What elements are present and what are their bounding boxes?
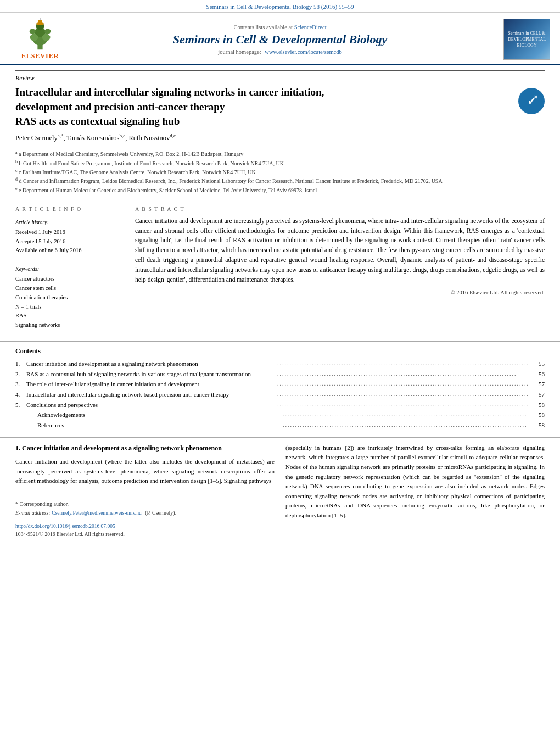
copyright-line: © 2016 Elsevier Ltd. All rights reserved… [135, 288, 545, 297]
contents-num-1: 1. [15, 359, 26, 369]
body-right-col: (especially in humans [2]) are intricate… [285, 443, 545, 539]
contents-entry-ref: References [26, 420, 281, 431]
doi-link[interactable]: http://dx.doi.org/10.1016/j.semcdb.2016.… [15, 523, 115, 529]
footnote-email-label: E-mail address: [15, 510, 51, 516]
homepage-line: journal homepage: www.elsevier.com/locat… [70, 49, 490, 55]
affil-b: b b Gut Health and Food Safety Programme… [15, 159, 545, 168]
section-divider-2 [0, 437, 560, 438]
contents-entry-5: Conclusions and perspectives [26, 400, 275, 410]
contents-page-2: 56 [528, 369, 545, 380]
section-1-left-text: Cancer initiation and development (where… [15, 457, 275, 486]
footnote-area: * Corresponding author. E-mail address: … [15, 496, 275, 539]
affil-sup-d: d,e [170, 133, 176, 138]
main-content: Review Intracellular and intercellular s… [0, 65, 560, 336]
section-1-right-text: (especially in humans [2]) are intricate… [285, 443, 545, 521]
contents-row-3: 3. The role of inter-cellular signaling … [15, 379, 545, 389]
contents-entry-ack: Acknowledgements [26, 410, 281, 420]
footnote-star: * Corresponding author. [15, 500, 275, 509]
article-history-label: Article history: [15, 218, 125, 227]
keyword-5: RAS [15, 311, 125, 321]
journal-header-center: Contents lists available at ScienceDirec… [70, 24, 490, 55]
contents-entry-4: Intracellular and intercellular signalin… [26, 389, 275, 400]
abstract-heading: A B S T R A C T [135, 205, 545, 213]
info-divider [15, 260, 125, 260]
keyword-4: N = 1 trials [15, 303, 125, 312]
footnote-author-name: (P. Csermely). [145, 510, 176, 516]
footnote-email-link[interactable]: Csermely.Peter@med.semmelweis-univ.hu [52, 510, 141, 516]
contents-dots-5: ........................................… [275, 400, 528, 410]
section-1-heading: 1. Cancer initiation and development as … [15, 443, 275, 454]
contents-entry-1: Cancer initiation and development as a s… [26, 359, 275, 369]
citation-text: Seminars in Cell & Developmental Biology… [206, 3, 354, 10]
contents-entry-2: RAS as a contextual hub of signaling net… [26, 369, 275, 380]
article-info-block: A R T I C L E I N F O Article history: R… [15, 205, 125, 330]
keyword-3: Combination therapies [15, 293, 125, 303]
contents-entry-3: The role of inter-cellular signaling in … [26, 379, 275, 389]
abstract-text: Cancer initiation and development are in… [135, 216, 545, 285]
affil-a: a a Department of Medical Chemistry, Sem… [15, 149, 545, 158]
affiliations-block: a a Department of Medical Chemistry, Sem… [15, 146, 545, 194]
contents-table: 1. Cancer initiation and development as … [15, 359, 545, 431]
crossmark-icon[interactable]: ✓ ✕ [518, 88, 545, 114]
homepage-link[interactable]: www.elsevier.com/locate/semcdb [265, 49, 341, 55]
journal-citation: Seminars in Cell & Developmental Biology… [0, 0, 560, 13]
journal-thumbnail: Seminars in CELL & DEVELOPMENTAL BIOLOGY [490, 19, 550, 60]
svg-point-6 [30, 29, 36, 34]
contents-dots-4: ........................................… [275, 389, 528, 400]
contents-row-ref: References .............................… [15, 420, 545, 431]
svg-point-5 [42, 34, 51, 41]
contents-page-3: 57 [528, 379, 545, 389]
contents-dots-ref: ........................................… [281, 420, 528, 431]
contents-num-3: 3. [15, 379, 26, 389]
article-info-heading: A R T I C L E I N F O [15, 205, 125, 214]
affil-e: e e Department of Human Molecular Geneti… [15, 186, 545, 194]
affil-sup-a: a,* [58, 133, 64, 138]
keyword-6: Signaling networks [15, 321, 125, 330]
contents-page-5: 58 [528, 400, 545, 410]
contents-num-ack [15, 410, 26, 420]
available-date: Available online 6 July 2016 [15, 246, 125, 255]
journal-thumb-text: Seminars in CELL & DEVELOPMENTAL BIOLOGY [506, 30, 547, 49]
contents-num-5: 5. [15, 400, 26, 410]
section-divider-1 [0, 341, 560, 342]
contents-row-2: 2. RAS as a contextual hub of signaling … [15, 369, 545, 380]
article-info-abstract: A R T I C L E I N F O Article history: R… [15, 199, 545, 330]
contents-page-ack: 58 [528, 410, 545, 420]
accepted-date: Accepted 5 July 2016 [15, 237, 125, 247]
contents-heading: Contents [15, 347, 545, 355]
contents-dots-3: ........................................… [275, 379, 528, 389]
contents-num-ref [15, 420, 26, 431]
svg-point-7 [44, 29, 51, 34]
contents-page-ref: 58 [528, 420, 545, 431]
keyword-2: Cancer stem cells [15, 284, 125, 293]
sciencedirect-link[interactable]: ScienceDirect [294, 24, 327, 30]
svg-point-4 [30, 34, 38, 41]
contents-row-ack: Acknowledgements .......................… [15, 410, 545, 420]
elsevier-tree-icon [18, 18, 62, 51]
contents-num-2: 2. [15, 369, 26, 380]
contents-page-4: 57 [528, 389, 545, 400]
footnote-email-line: E-mail address: Csermely.Peter@med.semme… [15, 509, 275, 517]
affil-sup-b: b,c [119, 133, 125, 138]
keyword-1: Cancer attractors [15, 275, 125, 284]
contents-dots-1: ........................................… [275, 359, 528, 369]
contents-dots-ack: ........................................… [281, 410, 528, 420]
article-title-row: Intracellular and intercellular signalin… [15, 86, 545, 129]
affil-d: d d Cancer and Inflammation Program, Lei… [15, 176, 545, 185]
contents-row-5: 5. Conclusions and perspectives ........… [15, 400, 545, 410]
contents-dots-2: ........................................… [275, 369, 528, 380]
article-type: Review [15, 70, 545, 82]
authors-line: Peter Csermelya,*, Tamás Korcsmárosb,c, … [15, 133, 545, 142]
body-left-col: 1. Cancer initiation and development as … [15, 443, 275, 539]
affil-c: c c Earlham Institute/TGAC, The Genome A… [15, 168, 545, 176]
body-section: 1. Cancer initiation and development as … [0, 443, 560, 539]
contents-page-1: 55 [528, 359, 545, 369]
elsevier-name: ELSEVIER [21, 52, 59, 60]
journal-header: ELSEVIER Contents lists available at Sci… [0, 13, 560, 65]
journal-title: Seminars in Cell & Developmental Biology [70, 32, 490, 47]
contents-available-line: Contents lists available at ScienceDirec… [70, 24, 490, 30]
abstract-block: A B S T R A C T Cancer initiation and de… [135, 205, 545, 330]
svg-text:✕: ✕ [534, 94, 538, 100]
contents-num-4: 4. [15, 389, 26, 400]
contents-section: Contents 1. Cancer initiation and develo… [15, 347, 545, 431]
